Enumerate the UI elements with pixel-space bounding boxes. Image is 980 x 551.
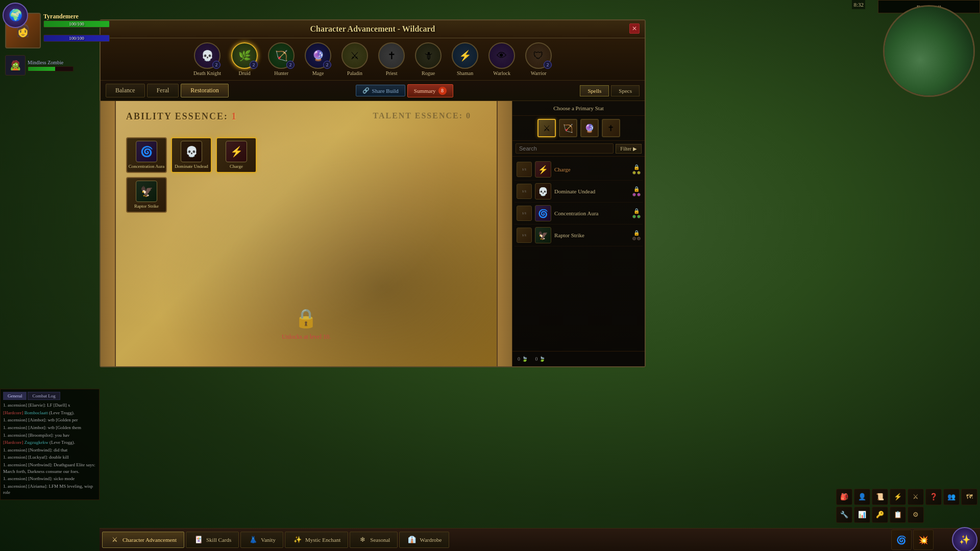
lock-icon: 🔒 (295, 308, 317, 329)
charge-list-icon: ⚡ (535, 161, 551, 178)
tab-restoration[interactable]: Restoration (181, 84, 228, 97)
currency-left: 0 🍃 (518, 356, 528, 362)
class-icon-druid[interactable]: 🌿 2 Druid (231, 42, 258, 76)
chat-tab-combat[interactable]: Combat Log (28, 392, 60, 400)
spell-list-item-raptor-strike[interactable]: 1/1 🦅 Raptor Strike 🔒 (514, 224, 643, 246)
tab-vanity[interactable]: 👗 Vanity (240, 532, 283, 548)
raptor-strike-lock-dots: 🔒 (632, 230, 641, 240)
wardrobe-tab-icon: 👔 (407, 535, 417, 545)
hotbar-slot-2[interactable]: 💥 (913, 530, 934, 550)
ability-slot-concentration-aura[interactable]: 🌀 Concentration Aura (126, 137, 167, 173)
right-panel: Choose a Primary Stat ⚔ 🏹 🔮 ✝ Filter ▶ 1… (512, 101, 645, 366)
class-icon-death-knight[interactable]: 💀 2 Death Knight (193, 42, 221, 76)
currency-right: 0 🍃 (535, 356, 546, 362)
rogue-label: Rogue (422, 70, 435, 76)
summary-label: Summary (414, 88, 436, 94)
class-icon-mage[interactable]: 🔮 2 Mage (305, 42, 331, 76)
spell-list-item-concentration-aura[interactable]: 1/1 🌀 Concentration Aura 🔒 (514, 203, 643, 224)
action-btn-bag[interactable]: 🎒 (836, 489, 852, 505)
tab-character-advancement[interactable]: ⚔ Character Advancement (102, 532, 184, 548)
chat-message: 1. ascension] [Luckyaf]: double kill (3, 454, 96, 461)
tab-feral[interactable]: Feral (147, 84, 179, 97)
time-label: 8:32 (853, 2, 864, 8)
warrior-icon: 🛡 (533, 50, 544, 62)
stat-icon-agility[interactable]: 🏹 (559, 119, 577, 137)
action-btn-extra-1[interactable]: 🔧 (836, 507, 852, 523)
class-icon-paladin[interactable]: ⚔ Paladin (341, 42, 368, 76)
class-icon-rogue[interactable]: 🗡 Rogue (415, 42, 442, 76)
chat-tab-general[interactable]: General (3, 392, 27, 400)
stat-icon-spirit[interactable]: ✝ (602, 119, 620, 137)
search-input[interactable] (516, 143, 614, 154)
player-name: Tyrandemere (43, 13, 110, 20)
charge-icon: ⚡ (226, 141, 247, 162)
minimap-area: Deathknell (868, 0, 980, 112)
mage-label: Mage (312, 70, 324, 76)
raptor-strike-spell-name: Raptor Strike (554, 232, 629, 238)
class-icon-hunter[interactable]: 🏹 2 Hunter (268, 42, 295, 76)
close-button[interactable]: ✕ (629, 23, 640, 34)
filter-button[interactable]: Filter ▶ (616, 144, 642, 154)
action-btn-extra-4[interactable]: 📋 (890, 507, 906, 523)
paladin-label: Paladin (347, 70, 362, 76)
minimap-circle[interactable] (883, 5, 975, 97)
dominate-undead-spell-name: Dominate Undead (554, 188, 629, 194)
action-row-2: 🔧 📊 🔑 📋 ⚙ (836, 507, 977, 523)
summary-button[interactable]: Summary 8 (407, 84, 453, 97)
dominate-undead-lock-dots: 🔒 (632, 186, 641, 196)
stat-icon-intellect[interactable]: 🔮 (580, 119, 599, 137)
action-btn-pvp[interactable]: ⚔ (908, 489, 924, 505)
class-icon-warlock[interactable]: 👁 Warlock (488, 42, 515, 76)
concentration-aura-spell-info: Concentration Aura (554, 210, 629, 216)
hotbar-slot-1[interactable]: 🌀 (891, 530, 912, 550)
spell-list-item-dominate-undead[interactable]: 1/1 💀 Dominate Undead 🔒 (514, 181, 643, 203)
action-btn-extra-5[interactable]: ⚙ (908, 507, 924, 523)
action-btn-extra-3[interactable]: 🔑 (872, 507, 888, 523)
action-btn-quest[interactable]: ❓ (925, 489, 942, 505)
action-btn-map[interactable]: 🗺 (961, 489, 977, 505)
tab-seasonal[interactable]: ❄ Seasonal (350, 532, 398, 548)
spell-list: 1/1 ⚡ Charge 🔒 (512, 157, 645, 351)
time-display: 8:32 (852, 0, 865, 9)
dominate-undead-spell-info: Dominate Undead (554, 188, 629, 194)
ability-slot-dominate-undead[interactable]: 💀 Dominate Undead (171, 137, 212, 173)
chat-message: 1. ascension] [Northwind]: did that (3, 447, 96, 454)
ability-slot-raptor-strike[interactable]: 🦅 Raptor Strike (126, 177, 167, 213)
world-icon[interactable]: 🌍 (3, 3, 28, 28)
death-knight-badge: 2 (212, 61, 220, 69)
primary-stat-header: Choose a Primary Stat (512, 101, 645, 116)
action-btn-talent[interactable]: ⚡ (890, 489, 906, 505)
ability-essence-count: 1 (231, 111, 237, 121)
class-icon-priest[interactable]: ✝ Priest (378, 42, 405, 76)
tab-spells[interactable]: Spells (580, 85, 609, 96)
raptor-strike-rank-box: 1/1 (517, 228, 532, 243)
tab-mystic-enchant[interactable]: ✨ Mystic Enchant (285, 532, 348, 548)
filter-arrow-icon: ▶ (633, 146, 637, 152)
stat-icon-strength[interactable]: ⚔ (537, 119, 556, 137)
hotbar-orb[interactable]: ✨ (952, 527, 977, 551)
action-btn-extra-2[interactable]: 📊 (854, 507, 870, 523)
spell-list-item-charge[interactable]: 1/1 ⚡ Charge 🔒 (514, 159, 643, 181)
tab-skill-cards[interactable]: 🃏 Skill Cards (186, 532, 239, 548)
hunter-label: Hunter (274, 70, 288, 76)
action-btn-social[interactable]: 👥 (943, 489, 960, 505)
ability-slot-charge[interactable]: ⚡ Charge (216, 137, 257, 173)
parchment-left-border (101, 101, 116, 366)
action-btn-character[interactable]: 👤 (854, 489, 870, 505)
concentration-aura-lock-dots: 🔒 (632, 208, 641, 218)
mage-icon: 🔮 (312, 49, 325, 62)
share-build-button[interactable]: 🔗 Share Build (356, 85, 405, 96)
tab-wardrobe[interactable]: 👔 Wardrobe (399, 532, 449, 548)
class-icon-shaman[interactable]: ⚡ Shaman (452, 42, 478, 76)
action-btn-skills[interactable]: 📜 (872, 489, 888, 505)
dominate-undead-icon: 💀 (181, 141, 202, 162)
seasonal-tab-label: Seasonal (370, 537, 390, 543)
unlock-text: Unlocks at level 10. (282, 333, 331, 341)
tab-balance[interactable]: Balance (106, 84, 145, 97)
warlock-label: Warlock (493, 70, 510, 76)
class-icon-warrior[interactable]: 🛡 2 Warrior (525, 42, 552, 76)
raptor-strike-list-icon: 🦅 (535, 227, 551, 243)
share-build-icon: 🔗 (362, 87, 370, 94)
panel-bottom-bar: 0 🍃 0 🍃 (512, 351, 645, 366)
tab-specs[interactable]: Specs (611, 85, 640, 96)
